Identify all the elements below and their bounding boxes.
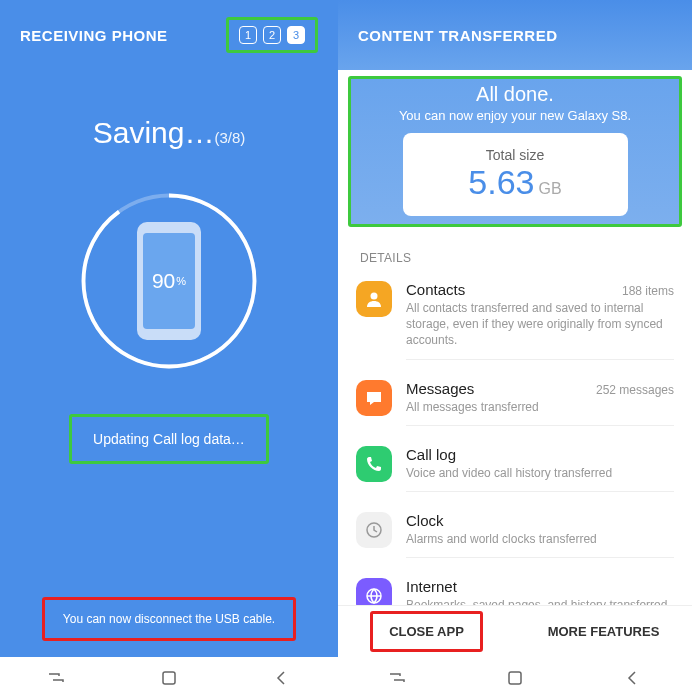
- item-desc: Alarms and world clocks transferred: [406, 531, 674, 547]
- more-features-button[interactable]: MORE FEATURES: [515, 606, 692, 657]
- call-icon: [356, 446, 392, 482]
- list-item[interactable]: Messages252 messages All messages transf…: [356, 370, 674, 436]
- item-desc: All contacts transferred and saved to in…: [406, 300, 674, 349]
- item-desc: All messages transferred: [406, 399, 674, 415]
- saving-count: (3/8): [214, 129, 245, 146]
- nav-bar: [0, 657, 338, 699]
- svg-rect-6: [509, 672, 521, 684]
- done-title: All done.: [357, 83, 673, 106]
- item-name: Contacts: [406, 281, 465, 298]
- list-item[interactable]: Contacts188 items All contacts transferr…: [356, 271, 674, 370]
- close-app-button[interactable]: CLOSE APP: [338, 606, 515, 657]
- home-button[interactable]: [490, 663, 540, 693]
- messages-icon: [356, 380, 392, 416]
- size-value: 5.63: [468, 163, 534, 201]
- step-3: 3: [287, 26, 305, 44]
- progress-unit: %: [176, 275, 186, 287]
- step-2: 2: [263, 26, 281, 44]
- item-name: Internet: [406, 578, 457, 595]
- details-label: DETAILS: [360, 251, 670, 265]
- progress-value: 90: [152, 269, 175, 293]
- item-count: 252 messages: [596, 383, 674, 397]
- item-desc: Voice and video call history transferred: [406, 465, 674, 481]
- status-text: Updating Call log data…: [69, 414, 269, 464]
- item-name: Messages: [406, 380, 474, 397]
- item-name: Clock: [406, 512, 444, 529]
- svg-point-3: [371, 293, 378, 300]
- page-title: CONTENT TRANSFERRED: [358, 27, 558, 44]
- back-button[interactable]: [257, 663, 307, 693]
- done-panel: All done. You can now enjoy your new Gal…: [348, 76, 682, 227]
- item-count: 188 items: [622, 284, 674, 298]
- step-indicator: 1 2 3: [226, 17, 318, 53]
- recents-button[interactable]: [372, 663, 422, 693]
- size-card: Total size 5.63GB: [403, 133, 628, 216]
- nav-bar: [338, 657, 692, 699]
- clock-icon: [356, 512, 392, 548]
- progress-ring: 90%: [74, 186, 264, 376]
- page-title: RECEIVING PHONE: [20, 27, 168, 44]
- item-name: Call log: [406, 446, 456, 463]
- home-button[interactable]: [144, 663, 194, 693]
- done-subtitle: You can now enjoy your new Galaxy S8.: [357, 108, 673, 123]
- size-unit: GB: [539, 180, 562, 197]
- saving-label: Saving…: [93, 116, 215, 149]
- svg-rect-2: [163, 672, 175, 684]
- list-item[interactable]: Call log Voice and video call history tr…: [356, 436, 674, 502]
- usb-note: You can now disconnect the USB cable.: [42, 597, 296, 641]
- step-1: 1: [239, 26, 257, 44]
- back-button[interactable]: [608, 663, 658, 693]
- size-label: Total size: [413, 147, 618, 163]
- saving-header: Saving…(3/8): [0, 116, 338, 150]
- phone-icon: 90%: [137, 222, 201, 340]
- recents-button[interactable]: [31, 663, 81, 693]
- contacts-icon: [356, 281, 392, 317]
- list-item[interactable]: Clock Alarms and world clocks transferre…: [356, 502, 674, 568]
